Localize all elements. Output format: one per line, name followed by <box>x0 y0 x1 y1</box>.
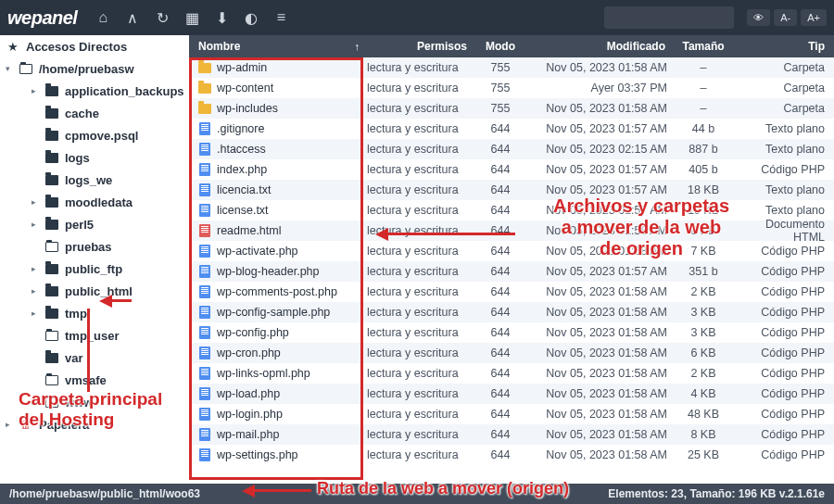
file-modified: Nov 05, 2023 01:57 AM <box>526 163 673 176</box>
file-row[interactable]: .gitignore lectura y escritura 644 Nov 0… <box>189 119 834 139</box>
sidebar-item[interactable]: pruebas <box>0 235 189 258</box>
file-modified: Nov 05, 2023 01:58 AM <box>526 285 673 298</box>
file-name: wp-cron.php <box>217 346 281 359</box>
file-type: Código PHP <box>734 408 834 421</box>
file-perm: lectura y escritura <box>367 224 474 237</box>
sidebar-item[interactable]: ▸ public_html <box>0 280 189 302</box>
sidebar-item[interactable]: ▸ tmp <box>0 302 189 324</box>
file-mode: 755 <box>474 82 526 94</box>
file-row[interactable]: .htaccess lectura y escritura 644 Nov 05… <box>189 139 834 159</box>
file-name: wp-settings.php <box>217 448 298 461</box>
file-mode: 644 <box>474 224 526 237</box>
file-size: 7 KB <box>673 245 734 258</box>
file-row[interactable]: wp-cron.php lectura y escritura 644 Nov … <box>189 343 834 363</box>
col-size[interactable]: Tamaño <box>673 40 734 53</box>
file-perm: lectura y escritura <box>367 428 474 441</box>
file-row[interactable]: wp-activate.php lectura y escritura 644 … <box>189 241 834 261</box>
font-smaller-button[interactable]: A- <box>774 9 797 26</box>
file-row[interactable]: wp-mail.php lectura y escritura 644 Nov … <box>189 424 834 445</box>
settings-icon[interactable]: ≡ <box>268 5 294 31</box>
col-perm[interactable]: Permisos <box>367 40 474 53</box>
col-name[interactable]: Nombre↑ <box>189 40 367 53</box>
file-row[interactable]: wp-load.php lectura y escritura 644 Nov … <box>189 384 834 404</box>
file-row[interactable]: index.php lectura y escritura 644 Nov 05… <box>189 159 834 180</box>
file-mode: 644 <box>474 367 526 380</box>
file-row[interactable]: wp-includes lectura y escritura 755 Nov … <box>189 98 834 119</box>
sidebar-shortcuts[interactable]: ★ Accesos Directos <box>0 35 189 57</box>
sidebar-item[interactable]: ▸ application_backups <box>0 80 189 102</box>
sidebar-item[interactable]: cache <box>0 102 189 124</box>
folder-icon <box>44 286 59 296</box>
file-row[interactable]: wp-login.php lectura y escritura 644 Nov… <box>189 404 834 424</box>
file-icon <box>198 367 211 380</box>
file-perm: lectura y escritura <box>367 387 474 400</box>
file-modified: Nov 05, 2023 01:58 AM <box>526 387 673 400</box>
download-icon[interactable]: ⬇ <box>208 5 234 31</box>
sidebar-item-label: application_backups <box>65 84 184 98</box>
file-size: 44 b <box>673 122 734 135</box>
file-perm: lectura y escritura <box>367 102 474 115</box>
brand-logo: wepanel <box>7 7 77 29</box>
file-mode: 644 <box>474 143 526 156</box>
file-icon <box>198 408 211 421</box>
topbar: wepanel ⌂ ∧ ↻ ▦ ⬇ ◐ ≡ 👁 A- A+ <box>0 0 834 35</box>
file-row[interactable]: wp-blog-header.php lectura y escritura 6… <box>189 261 834 282</box>
folder-icon <box>198 102 211 115</box>
file-perm: lectura y escritura <box>367 285 474 298</box>
sidebar-item[interactable]: ▸ public_ftp <box>0 258 189 280</box>
file-row[interactable]: readme.html lectura y escritura 644 Nov … <box>189 220 834 241</box>
sidebar-item[interactable]: vmsafe <box>0 369 189 391</box>
folder-icon <box>198 61 211 74</box>
file-type: Código PHP <box>734 367 834 380</box>
sidebar-trash[interactable]: ▸ 🗑 Papelera <box>0 413 189 435</box>
sidebar-item[interactable]: logs_we <box>0 169 189 191</box>
reload-icon[interactable]: ↻ <box>149 5 175 31</box>
file-mode: 644 <box>474 346 526 359</box>
sidebar-item[interactable]: ▸ www <box>0 391 189 413</box>
eye-icon[interactable]: 👁 <box>747 9 770 26</box>
file-name: wp-load.php <box>217 387 280 400</box>
font-larger-button[interactable]: A+ <box>801 9 827 26</box>
up-icon[interactable]: ∧ <box>120 5 145 31</box>
file-icon <box>198 326 211 339</box>
home-icon[interactable]: ⌂ <box>90 5 116 31</box>
grid-icon[interactable]: ▦ <box>179 5 205 31</box>
sidebar-item[interactable]: tmp_user <box>0 324 189 346</box>
sidebar-item[interactable]: ▸ perl5 <box>0 213 189 235</box>
file-row[interactable]: licencia.txt lectura y escritura 644 Nov… <box>189 180 834 200</box>
file-row[interactable]: wp-config-sample.php lectura y escritura… <box>189 302 834 322</box>
file-modified: Nov 05, 2023 01:57 AM <box>526 122 673 135</box>
file-row[interactable]: wp-content lectura y escritura 755 Ayer … <box>189 78 834 98</box>
sidebar-item-label: perl5 <box>65 218 94 232</box>
file-perm: lectura y escritura <box>367 163 474 176</box>
folder-icon <box>198 82 211 94</box>
sidebar-item[interactable]: ▸ moodledata <box>0 191 189 213</box>
file-row[interactable]: wp-admin lectura y escritura 755 Nov 05,… <box>189 57 834 78</box>
file-mode: 644 <box>474 204 526 217</box>
file-name: wp-content <box>217 82 273 94</box>
help-icon[interactable]: ◐ <box>238 5 264 31</box>
file-row[interactable]: wp-settings.php lectura y escritura 644 … <box>189 445 834 465</box>
sidebar-item[interactable]: logs <box>0 146 189 169</box>
file-row[interactable]: wp-comments-post.php lectura y escritura… <box>189 282 834 302</box>
sidebar-item-label: moodledata <box>65 195 133 209</box>
folder-icon <box>44 309 59 319</box>
file-modified: Nov 05, 2023 01:57 AM <box>526 183 673 196</box>
search-input[interactable] <box>604 6 734 29</box>
col-modified[interactable]: Modificado <box>526 40 673 53</box>
sidebar-item-label: tmp <box>65 307 87 321</box>
file-mode: 644 <box>474 122 526 135</box>
file-row[interactable]: wp-links-opml.php lectura y escritura 64… <box>189 363 834 384</box>
file-row[interactable]: wp-config.php lectura y escritura 644 No… <box>189 322 834 343</box>
file-perm: lectura y escritura <box>367 326 474 339</box>
col-type[interactable]: Tip <box>734 40 834 53</box>
sidebar-item[interactable]: cpmove.psql <box>0 124 189 146</box>
file-size: 4 KB <box>673 387 734 400</box>
status-bar: /home/pruebasw/public_html/woo63 Element… <box>0 484 834 504</box>
file-name: wp-includes <box>217 102 278 115</box>
file-size: 48 KB <box>673 408 734 421</box>
col-mode[interactable]: Modo <box>474 40 526 53</box>
sidebar-root[interactable]: ▾ /home/pruebasw <box>0 57 189 80</box>
file-name: license.txt <box>217 204 269 217</box>
sidebar-item[interactable]: var <box>0 346 189 369</box>
